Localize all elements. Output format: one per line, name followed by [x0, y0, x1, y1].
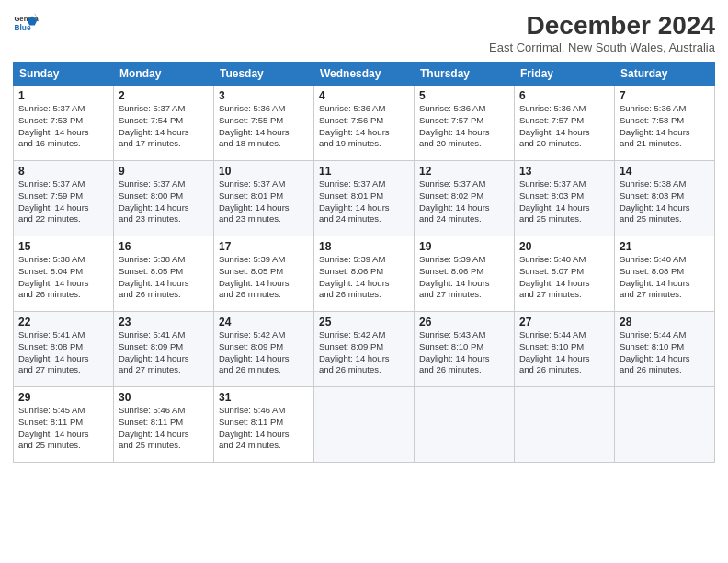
day-number: 6	[519, 89, 609, 102]
calendar-cell: 7Sunrise: 5:36 AMSunset: 7:58 PMDaylight…	[615, 86, 715, 161]
calendar-week-3: 15Sunrise: 5:38 AMSunset: 8:04 PMDayligh…	[14, 236, 715, 312]
day-number: 22	[18, 316, 108, 328]
day-number: 19	[419, 240, 509, 253]
col-monday: Monday	[114, 63, 214, 86]
day-number: 1	[18, 89, 108, 102]
day-info: Sunrise: 5:37 AMSunset: 8:01 PMDaylight:…	[219, 178, 309, 225]
logo: General Blue General Blue	[13, 11, 39, 37]
calendar-cell: 17Sunrise: 5:39 AMSunset: 8:05 PMDayligh…	[214, 236, 314, 312]
col-friday: Friday	[515, 63, 615, 86]
calendar-cell: 10Sunrise: 5:37 AMSunset: 8:01 PMDayligh…	[214, 161, 314, 236]
calendar-header-row: Sunday Monday Tuesday Wednesday Thursday…	[14, 63, 715, 86]
day-number: 10	[219, 165, 309, 178]
day-info: Sunrise: 5:39 AMSunset: 8:05 PMDaylight:…	[219, 254, 309, 301]
day-info: Sunrise: 5:38 AMSunset: 8:04 PMDaylight:…	[18, 254, 108, 301]
day-info: Sunrise: 5:45 AMSunset: 8:11 PMDaylight:…	[18, 405, 108, 452]
calendar-week-2: 8Sunrise: 5:37 AMSunset: 7:59 PMDaylight…	[14, 161, 715, 236]
day-info: Sunrise: 5:39 AMSunset: 8:06 PMDaylight:…	[419, 254, 509, 301]
calendar-cell: 21Sunrise: 5:40 AMSunset: 8:08 PMDayligh…	[615, 236, 715, 312]
day-info: Sunrise: 5:46 AMSunset: 8:11 PMDaylight:…	[219, 405, 309, 452]
day-number: 2	[119, 89, 209, 102]
calendar-cell: 1Sunrise: 5:37 AMSunset: 7:53 PMDaylight…	[14, 86, 114, 161]
day-number: 29	[18, 391, 108, 404]
day-info: Sunrise: 5:44 AMSunset: 8:10 PMDaylight:…	[519, 329, 609, 376]
day-number: 30	[119, 391, 209, 404]
calendar-cell: 12Sunrise: 5:37 AMSunset: 8:02 PMDayligh…	[415, 161, 515, 236]
calendar-cell: 9Sunrise: 5:37 AMSunset: 8:00 PMDaylight…	[114, 161, 214, 236]
calendar-cell	[615, 387, 715, 463]
page-header: General Blue General Blue December 2024 …	[13, 11, 715, 54]
calendar-week-1: 1Sunrise: 5:37 AMSunset: 7:53 PMDaylight…	[14, 86, 715, 161]
day-number: 31	[219, 391, 309, 404]
day-info: Sunrise: 5:43 AMSunset: 8:10 PMDaylight:…	[419, 329, 509, 376]
day-number: 26	[419, 316, 509, 328]
col-saturday: Saturday	[615, 63, 715, 86]
day-info: Sunrise: 5:36 AMSunset: 7:57 PMDaylight:…	[419, 103, 509, 150]
day-info: Sunrise: 5:36 AMSunset: 7:55 PMDaylight:…	[219, 103, 309, 150]
calendar-cell: 3Sunrise: 5:36 AMSunset: 7:55 PMDaylight…	[214, 86, 314, 161]
day-number: 7	[620, 89, 710, 102]
day-number: 8	[18, 165, 108, 178]
day-info: Sunrise: 5:36 AMSunset: 7:58 PMDaylight:…	[620, 103, 710, 150]
title-block: December 2024 East Corrimal, New South W…	[489, 11, 715, 54]
day-info: Sunrise: 5:40 AMSunset: 8:07 PMDaylight:…	[519, 254, 609, 301]
calendar-cell: 4Sunrise: 5:36 AMSunset: 7:56 PMDaylight…	[314, 86, 415, 161]
logo-icon: General Blue	[13, 11, 39, 37]
day-info: Sunrise: 5:46 AMSunset: 8:11 PMDaylight:…	[119, 405, 209, 452]
day-info: Sunrise: 5:37 AMSunset: 8:02 PMDaylight:…	[419, 178, 509, 225]
svg-text:Blue: Blue	[14, 23, 30, 32]
calendar-cell: 16Sunrise: 5:38 AMSunset: 8:05 PMDayligh…	[114, 236, 214, 312]
calendar-cell: 11Sunrise: 5:37 AMSunset: 8:01 PMDayligh…	[314, 161, 415, 236]
day-number: 20	[519, 240, 609, 253]
day-number: 13	[519, 165, 609, 178]
calendar-cell: 30Sunrise: 5:46 AMSunset: 8:11 PMDayligh…	[114, 387, 214, 463]
day-number: 15	[18, 240, 108, 253]
day-number: 23	[119, 316, 209, 328]
calendar-cell: 5Sunrise: 5:36 AMSunset: 7:57 PMDaylight…	[415, 86, 515, 161]
calendar-cell: 6Sunrise: 5:36 AMSunset: 7:57 PMDaylight…	[515, 86, 615, 161]
day-info: Sunrise: 5:37 AMSunset: 7:59 PMDaylight:…	[18, 178, 108, 225]
calendar-cell: 27Sunrise: 5:44 AMSunset: 8:10 PMDayligh…	[515, 312, 615, 387]
day-info: Sunrise: 5:37 AMSunset: 7:53 PMDaylight:…	[18, 103, 108, 150]
calendar-cell	[415, 387, 515, 463]
day-info: Sunrise: 5:37 AMSunset: 8:00 PMDaylight:…	[119, 178, 209, 225]
calendar-cell: 26Sunrise: 5:43 AMSunset: 8:10 PMDayligh…	[415, 312, 515, 387]
day-info: Sunrise: 5:41 AMSunset: 8:09 PMDaylight:…	[119, 329, 209, 376]
day-number: 21	[620, 240, 710, 253]
day-number: 27	[519, 316, 609, 328]
day-info: Sunrise: 5:42 AMSunset: 8:09 PMDaylight:…	[319, 329, 409, 376]
calendar-week-4: 22Sunrise: 5:41 AMSunset: 8:08 PMDayligh…	[14, 312, 715, 387]
calendar-cell: 13Sunrise: 5:37 AMSunset: 8:03 PMDayligh…	[515, 161, 615, 236]
calendar-cell: 14Sunrise: 5:38 AMSunset: 8:03 PMDayligh…	[615, 161, 715, 236]
day-info: Sunrise: 5:42 AMSunset: 8:09 PMDaylight:…	[219, 329, 309, 376]
day-number: 17	[219, 240, 309, 253]
day-number: 4	[319, 89, 409, 102]
day-info: Sunrise: 5:44 AMSunset: 8:10 PMDaylight:…	[620, 329, 710, 376]
col-tuesday: Tuesday	[214, 63, 314, 86]
day-number: 18	[319, 240, 409, 253]
calendar-cell: 20Sunrise: 5:40 AMSunset: 8:07 PMDayligh…	[515, 236, 615, 312]
calendar-cell	[515, 387, 615, 463]
day-info: Sunrise: 5:38 AMSunset: 8:05 PMDaylight:…	[119, 254, 209, 301]
day-number: 14	[620, 165, 710, 178]
calendar-cell: 23Sunrise: 5:41 AMSunset: 8:09 PMDayligh…	[114, 312, 214, 387]
calendar: Sunday Monday Tuesday Wednesday Thursday…	[13, 62, 715, 463]
day-number: 11	[319, 165, 409, 178]
calendar-cell: 2Sunrise: 5:37 AMSunset: 7:54 PMDaylight…	[114, 86, 214, 161]
day-info: Sunrise: 5:36 AMSunset: 7:57 PMDaylight:…	[519, 103, 609, 150]
col-sunday: Sunday	[14, 63, 114, 86]
day-number: 9	[119, 165, 209, 178]
day-number: 16	[119, 240, 209, 253]
calendar-cell: 8Sunrise: 5:37 AMSunset: 7:59 PMDaylight…	[14, 161, 114, 236]
day-number: 3	[219, 89, 309, 102]
day-info: Sunrise: 5:36 AMSunset: 7:56 PMDaylight:…	[319, 103, 409, 150]
calendar-cell: 18Sunrise: 5:39 AMSunset: 8:06 PMDayligh…	[314, 236, 415, 312]
calendar-cell: 24Sunrise: 5:42 AMSunset: 8:09 PMDayligh…	[214, 312, 314, 387]
calendar-cell: 31Sunrise: 5:46 AMSunset: 8:11 PMDayligh…	[214, 387, 314, 463]
calendar-cell: 29Sunrise: 5:45 AMSunset: 8:11 PMDayligh…	[14, 387, 114, 463]
day-number: 28	[620, 316, 710, 328]
location: East Corrimal, New South Wales, Australi…	[489, 40, 715, 54]
day-info: Sunrise: 5:39 AMSunset: 8:06 PMDaylight:…	[319, 254, 409, 301]
calendar-cell: 15Sunrise: 5:38 AMSunset: 8:04 PMDayligh…	[14, 236, 114, 312]
day-number: 25	[319, 316, 409, 328]
